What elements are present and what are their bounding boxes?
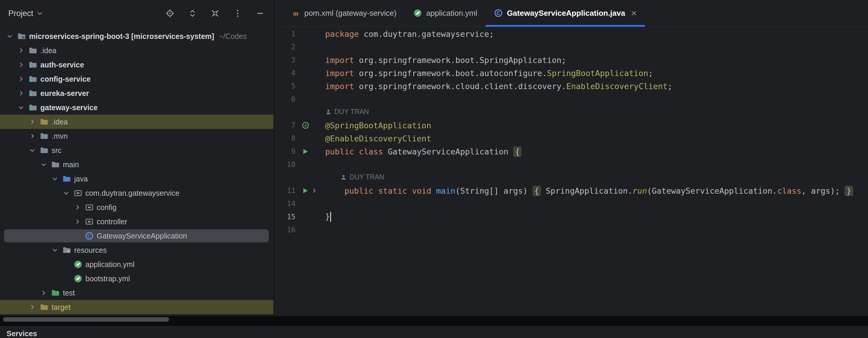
run-icon[interactable] xyxy=(301,187,309,195)
line-number: 15 xyxy=(274,213,299,221)
line-number: 1 xyxy=(274,30,299,38)
chevron-down-icon[interactable] xyxy=(61,190,72,197)
tree-item-resources[interactable]: resources xyxy=(0,243,274,257)
code-line: 10 xyxy=(274,158,868,171)
chevron-right-icon[interactable] xyxy=(16,76,27,83)
more-options-icon[interactable] xyxy=(233,9,242,18)
project-tool-window-header: Project xyxy=(0,0,274,27)
chevron-right-icon[interactable] xyxy=(16,90,27,97)
chevron-right-icon[interactable] xyxy=(72,204,83,211)
tree-item-gatewayserviceapplication[interactable]: CGatewayServiceApplication xyxy=(0,229,274,243)
code-text: import org.springframework.cloud.client.… xyxy=(322,82,672,91)
tree-item-label: config xyxy=(95,203,117,212)
ide-window: Project microservices-spring-boot-3 [mic… xyxy=(0,0,868,338)
tree-item-gateway-service[interactable]: gateway-service xyxy=(0,101,274,115)
chevron-down-icon[interactable] xyxy=(38,161,49,168)
tree-item-label: controller xyxy=(95,218,127,226)
hide-panel-icon[interactable] xyxy=(256,9,265,18)
chevron-right-icon[interactable] xyxy=(16,47,27,54)
run-icon[interactable] xyxy=(301,148,309,155)
tree-item-controller[interactable]: controller xyxy=(0,215,274,229)
tab-pom-xml-gateway-service[interactable]: mpom.xml (gateway-service) xyxy=(283,0,405,26)
chevron-down-icon xyxy=(36,10,43,17)
project-view-dropdown[interactable]: Project xyxy=(8,9,43,18)
tree-item-idea[interactable]: .idea xyxy=(0,44,274,58)
code-line: 1package com.duytran.gatewayservice; xyxy=(274,27,868,40)
tree-item-label: java xyxy=(73,175,88,183)
services-tool-window-header[interactable]: Services xyxy=(0,326,868,338)
tree-item-test[interactable]: test xyxy=(0,286,274,300)
package-icon xyxy=(72,189,84,198)
folder-icon xyxy=(27,46,39,55)
package-icon xyxy=(83,217,95,226)
token: org.springframework.boot.autoconfigure. xyxy=(354,68,547,78)
tree-item-label: eureka-server xyxy=(39,89,89,98)
tab-application-yml[interactable]: application.yml xyxy=(405,0,486,26)
chevron-right-icon[interactable] xyxy=(16,61,27,68)
chevron-down-icon[interactable] xyxy=(27,147,38,154)
expand-all-icon[interactable] xyxy=(188,9,197,18)
chevron-right-icon[interactable] xyxy=(27,133,38,140)
code-line: 6 xyxy=(274,93,868,106)
token: @SpringBootApplication xyxy=(325,121,431,130)
token: } xyxy=(844,186,853,196)
code-line: 7@SpringBootApplication xyxy=(274,119,868,132)
tree-item-microservices-spring-boot-3-microservices-system[interactable]: microservices-spring-boot-3 [microservic… xyxy=(0,29,274,44)
editor-area: mpom.xml (gateway-service)application.ym… xyxy=(274,0,868,316)
code-editor[interactable]: 1package com.duytran.gatewayservice;23im… xyxy=(274,27,868,316)
token: com.duytran.gatewayservice; xyxy=(359,29,494,38)
tree-item-config-service[interactable]: config-service xyxy=(0,72,274,86)
token: void xyxy=(412,186,431,195)
code-text: @SpringBootApplication xyxy=(322,121,431,130)
project-tree: microservices-spring-boot-3 [microservic… xyxy=(0,27,274,316)
maven-icon: m xyxy=(291,9,300,18)
tree-item-main[interactable]: main xyxy=(0,158,274,172)
line-number: 2 xyxy=(274,43,299,51)
code-line: 9public class GatewayServiceApplication … xyxy=(274,145,868,158)
tree-item-java[interactable]: java xyxy=(0,172,274,186)
tree-item-src[interactable]: src xyxy=(0,143,274,158)
code-text: public class GatewayServiceApplication { xyxy=(322,147,522,156)
spring-bean-icon[interactable] xyxy=(301,121,310,130)
token: public xyxy=(325,147,354,156)
token: org.springframework.boot.SpringApplicati… xyxy=(354,56,566,65)
tree-item-config[interactable]: config xyxy=(0,200,274,215)
chevron-right-icon[interactable] xyxy=(27,304,38,311)
line-number: 9 xyxy=(274,147,299,156)
line-number: 3 xyxy=(274,56,299,64)
line-number: 14 xyxy=(274,200,299,208)
tab-gatewayserviceapplication-java[interactable]: CGatewayServiceApplication.java× xyxy=(486,0,645,26)
chevron-down-icon[interactable] xyxy=(4,33,16,40)
chevron-right-icon[interactable] xyxy=(27,118,38,125)
tree-item-mvn[interactable]: .mvn xyxy=(0,129,274,143)
class-icon: C xyxy=(83,231,95,240)
chevron-right-icon[interactable] xyxy=(38,289,49,297)
locate-icon[interactable] xyxy=(165,9,175,18)
tree-item-com-duytran-gatewayservice[interactable]: com.duytran.gatewayservice xyxy=(0,186,274,200)
tree-item-auth-service[interactable]: auth-service xyxy=(0,58,274,72)
tree-item-idea[interactable]: .idea xyxy=(0,115,274,129)
close-icon[interactable]: × xyxy=(629,8,637,18)
line-number: 5 xyxy=(274,82,299,90)
tree-item-eureka-server[interactable]: eureka-server xyxy=(0,86,274,101)
tree-item-label: src xyxy=(51,146,61,155)
horizontal-scrollbar[interactable] xyxy=(3,317,169,322)
package-icon xyxy=(83,203,95,212)
spring-icon xyxy=(72,274,84,283)
tree-item-label: test xyxy=(62,289,75,297)
tree-item-application-yml[interactable]: application.yml xyxy=(0,257,274,272)
chevron-right-icon[interactable] xyxy=(72,218,83,225)
tree-item-bootstrap-yml[interactable]: bootstrap.yml xyxy=(0,272,274,286)
chevron-down-icon[interactable] xyxy=(49,175,61,182)
code-inlay-line: DUY TRAN xyxy=(274,106,868,119)
chevron-down-icon[interactable] xyxy=(49,247,61,254)
chevron-down-icon[interactable] xyxy=(16,104,27,111)
token: import xyxy=(325,56,354,65)
tree-item-target[interactable]: target xyxy=(0,300,274,314)
fold-chevron-icon[interactable] xyxy=(311,188,317,194)
collapse-all-icon[interactable] xyxy=(211,9,219,18)
token: @EnableDiscoveryClient xyxy=(325,134,431,143)
token: { xyxy=(513,146,522,157)
project-tool-window: Project microservices-spring-boot-3 [mic… xyxy=(0,0,274,316)
tree-item-label: .idea xyxy=(39,46,56,55)
